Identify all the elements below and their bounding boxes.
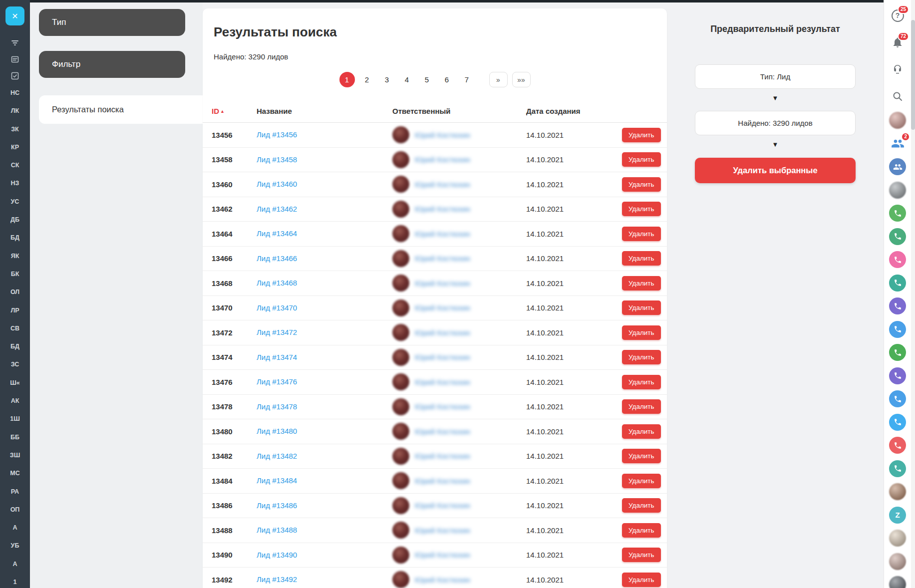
sidebar-shortcut[interactable]: НЗ — [11, 178, 19, 189]
sidebar-shortcut[interactable]: 1 — [13, 577, 17, 588]
contact-item[interactable] — [889, 437, 906, 454]
lead-link[interactable]: Лид #13490 — [257, 551, 297, 559]
delete-button[interactable]: Удалить — [622, 350, 661, 364]
delete-button[interactable]: Удалить — [622, 523, 661, 538]
scrollbar-thumb[interactable] — [911, 20, 915, 130]
notifications-icon[interactable]: 72 — [890, 35, 905, 50]
delete-button[interactable]: Удалить — [622, 449, 661, 463]
pagination-page[interactable]: 6 — [439, 72, 455, 87]
sidebar-shortcut[interactable]: МС — [10, 468, 19, 479]
sidebar-shortcut[interactable]: А — [12, 522, 17, 533]
sidebar-shortcut[interactable]: Ш« — [10, 377, 20, 388]
lead-link[interactable]: Лид #13462 — [257, 205, 297, 213]
lead-link[interactable]: Лид #13464 — [257, 229, 297, 238]
contact-item[interactable] — [889, 530, 906, 547]
delete-button[interactable]: Удалить — [622, 152, 661, 167]
lead-link[interactable]: Лид #13460 — [257, 180, 297, 188]
contact-item[interactable] — [889, 205, 906, 222]
lead-link[interactable]: Лид #13484 — [257, 476, 297, 485]
lead-link[interactable]: Лид #13474 — [257, 353, 297, 361]
search-icon[interactable] — [890, 89, 905, 104]
delete-button[interactable]: Удалить — [622, 128, 661, 142]
lead-link[interactable]: Лид #13472 — [257, 328, 297, 336]
contact-item[interactable]: Z — [889, 507, 906, 524]
contact-item[interactable] — [889, 182, 906, 199]
sidebar-shortcut[interactable]: ЛК — [11, 105, 19, 116]
sidebar-shortcut[interactable]: АК — [11, 395, 19, 406]
delete-button[interactable]: Удалить — [622, 573, 661, 587]
pagination-last[interactable]: »» — [512, 72, 531, 87]
lead-link[interactable]: Лид #13486 — [257, 501, 297, 510]
sidebar-shortcut[interactable]: БК — [11, 269, 19, 280]
contact-item[interactable] — [889, 158, 906, 175]
sidebar-shortcut[interactable]: ДБ — [10, 214, 19, 225]
contact-item[interactable] — [889, 483, 906, 500]
help-icon[interactable]: ? 25 — [890, 8, 905, 23]
pagination-page[interactable]: 5 — [419, 72, 435, 87]
search-results-nav-item[interactable]: Результаты поиска — [39, 95, 203, 124]
sidebar-shortcut[interactable]: УБ — [11, 540, 19, 551]
lead-link[interactable]: Лид #13482 — [257, 452, 297, 460]
sidebar-shortcut[interactable]: ББ — [10, 432, 19, 443]
delete-button[interactable]: Удалить — [622, 202, 661, 216]
delete-button[interactable]: Удалить — [622, 399, 661, 414]
lead-link[interactable]: Лид #13458 — [257, 155, 297, 164]
sidebar-shortcut[interactable]: 1Ш — [10, 413, 20, 424]
delete-button[interactable]: Удалить — [622, 498, 661, 513]
sidebar-shortcut[interactable]: РА — [11, 486, 19, 497]
contact-item[interactable] — [889, 228, 906, 245]
column-header-id[interactable]: ID▲ — [212, 107, 257, 115]
checklist-icon[interactable] — [10, 71, 19, 80]
contact-item[interactable] — [889, 275, 906, 292]
card-icon[interactable] — [10, 55, 19, 64]
contact-item[interactable] — [889, 553, 906, 570]
pagination-page[interactable]: 1 — [339, 72, 355, 87]
delete-button[interactable]: Удалить — [622, 375, 661, 389]
sidebar-shortcut[interactable]: КР — [11, 142, 19, 153]
sidebar-shortcut[interactable]: БД — [10, 232, 19, 243]
close-button[interactable]: ✕ — [5, 6, 24, 25]
sidebar-shortcut[interactable]: БД — [10, 341, 19, 352]
delete-button[interactable]: Удалить — [622, 300, 661, 315]
pagination-page[interactable]: 3 — [379, 72, 395, 87]
pagination-page[interactable]: 7 — [459, 72, 475, 87]
contact-item[interactable] — [889, 297, 906, 314]
lead-link[interactable]: Лид #13468 — [257, 279, 297, 287]
lead-link[interactable]: Лид #13492 — [257, 575, 297, 584]
delete-selected-button[interactable]: Удалить выбранные — [695, 158, 856, 183]
pagination-page[interactable]: 2 — [359, 72, 375, 87]
sidebar-shortcut[interactable]: ЗС — [11, 359, 19, 370]
lead-link[interactable]: Лид #13466 — [257, 254, 297, 263]
lead-link[interactable]: Лид #13470 — [257, 303, 297, 312]
sidebar-shortcut[interactable]: ЗК — [11, 124, 18, 135]
filter-button[interactable]: Фильтр — [39, 51, 185, 78]
contact-item[interactable] — [889, 251, 906, 268]
sidebar-shortcut[interactable]: ОП — [10, 504, 20, 515]
contact-item[interactable] — [889, 460, 906, 477]
lead-link[interactable]: Лид #13476 — [257, 377, 297, 386]
sidebar-shortcut[interactable]: ОЛ — [10, 287, 19, 297]
contact-item[interactable] — [889, 576, 906, 588]
sidebar-shortcut[interactable]: УС — [11, 196, 19, 207]
pagination-page[interactable]: 4 — [399, 72, 415, 87]
delete-button[interactable]: Удалить — [622, 474, 661, 488]
lead-link[interactable]: Лид #13456 — [257, 130, 297, 139]
contact-item[interactable] — [889, 112, 906, 129]
sidebar-shortcut[interactable]: ЗШ — [10, 450, 20, 461]
filter-icon[interactable] — [10, 38, 19, 47]
sidebar-shortcut[interactable]: СК — [11, 160, 19, 171]
contact-item[interactable] — [889, 367, 906, 384]
delete-button[interactable]: Удалить — [622, 227, 661, 241]
contact-item[interactable] — [889, 321, 906, 338]
sidebar-shortcut[interactable]: ЛР — [10, 305, 19, 316]
support-icon[interactable] — [890, 62, 905, 77]
delete-button[interactable]: Удалить — [622, 177, 661, 192]
sidebar-shortcut[interactable]: НС — [10, 87, 19, 98]
delete-button[interactable]: Удалить — [622, 548, 661, 562]
sidebar-shortcut[interactable]: А — [12, 559, 17, 570]
pagination-next[interactable]: » — [489, 72, 508, 87]
lead-link[interactable]: Лид #13478 — [257, 402, 297, 411]
contact-item[interactable]: 2 — [889, 135, 906, 152]
contact-item[interactable] — [889, 390, 906, 407]
delete-button[interactable]: Удалить — [622, 276, 661, 291]
